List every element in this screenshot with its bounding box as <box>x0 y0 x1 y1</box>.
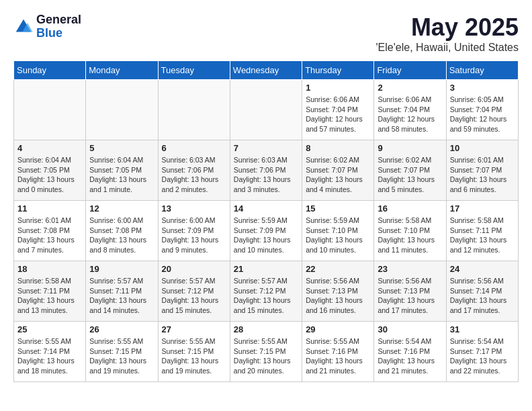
day-number: 8 <box>306 143 370 153</box>
logo-icon <box>13 17 34 37</box>
calendar-cell: 7Sunrise: 6:03 AM Sunset: 7:06 PM Daylig… <box>230 140 302 201</box>
calendar-cell: 16Sunrise: 5:58 AM Sunset: 7:10 PM Dayli… <box>374 201 446 261</box>
calendar-cell: 11Sunrise: 6:01 AM Sunset: 7:08 PM Dayli… <box>14 201 86 261</box>
day-info: Sunrise: 5:58 AM Sunset: 7:11 PM Dayligh… <box>450 216 515 255</box>
day-number: 10 <box>450 143 515 153</box>
day-info: Sunrise: 6:02 AM Sunset: 7:07 PM Dayligh… <box>378 155 442 195</box>
day-info: Sunrise: 5:56 AM Sunset: 7:13 PM Dayligh… <box>306 276 370 316</box>
day-info: Sunrise: 6:05 AM Sunset: 7:04 PM Dayligh… <box>450 95 515 134</box>
weekday-header-sunday: Sunday <box>14 61 86 80</box>
day-number: 23 <box>378 264 442 274</box>
day-number: 22 <box>306 264 370 274</box>
calendar-cell: 6Sunrise: 6:03 AM Sunset: 7:06 PM Daylig… <box>158 140 230 201</box>
calendar-cell: 3Sunrise: 6:05 AM Sunset: 7:04 PM Daylig… <box>446 80 518 140</box>
weekday-header-thursday: Thursday <box>302 61 374 80</box>
weekday-header-monday: Monday <box>86 61 158 80</box>
page-header: General Blue May 2025 'Ele'ele, Hawaii, … <box>13 13 519 54</box>
calendar-cell: 22Sunrise: 5:56 AM Sunset: 7:13 PM Dayli… <box>302 261 374 322</box>
calendar-cell: 4Sunrise: 6:04 AM Sunset: 7:05 PM Daylig… <box>14 140 86 201</box>
location-title: 'Ele'ele, Hawaii, United States <box>376 42 519 54</box>
day-number: 13 <box>162 203 226 214</box>
calendar-cell: 24Sunrise: 5:56 AM Sunset: 7:14 PM Dayli… <box>446 261 518 322</box>
weekday-header-friday: Friday <box>374 61 446 80</box>
calendar-cell: 12Sunrise: 6:00 AM Sunset: 7:08 PM Dayli… <box>86 201 158 261</box>
weekday-header-row: SundayMondayTuesdayWednesdayThursdayFrid… <box>14 61 519 80</box>
week-row-1: 1Sunrise: 6:06 AM Sunset: 7:04 PM Daylig… <box>14 80 519 140</box>
day-info: Sunrise: 6:03 AM Sunset: 7:06 PM Dayligh… <box>162 155 226 195</box>
day-info: Sunrise: 5:58 AM Sunset: 7:10 PM Dayligh… <box>378 216 442 255</box>
week-row-3: 11Sunrise: 6:01 AM Sunset: 7:08 PM Dayli… <box>14 201 519 261</box>
calendar-cell: 19Sunrise: 5:57 AM Sunset: 7:11 PM Dayli… <box>86 261 158 322</box>
calendar-cell: 25Sunrise: 5:55 AM Sunset: 7:14 PM Dayli… <box>14 322 86 382</box>
day-info: Sunrise: 5:55 AM Sunset: 7:16 PM Dayligh… <box>306 336 370 376</box>
day-info: Sunrise: 6:02 AM Sunset: 7:07 PM Dayligh… <box>306 155 370 195</box>
day-number: 26 <box>89 324 154 334</box>
calendar-cell: 14Sunrise: 5:59 AM Sunset: 7:09 PM Dayli… <box>230 201 302 261</box>
day-info: Sunrise: 5:55 AM Sunset: 7:15 PM Dayligh… <box>89 336 154 376</box>
weekday-header-saturday: Saturday <box>446 61 518 80</box>
day-info: Sunrise: 6:04 AM Sunset: 7:05 PM Dayligh… <box>17 155 82 195</box>
day-number: 25 <box>17 324 82 334</box>
day-number: 6 <box>162 143 226 153</box>
day-info: Sunrise: 6:01 AM Sunset: 7:08 PM Dayligh… <box>17 216 82 255</box>
logo: General Blue <box>13 13 81 40</box>
day-info: Sunrise: 5:55 AM Sunset: 7:15 PM Dayligh… <box>234 336 298 376</box>
month-title: May 2025 <box>376 13 519 42</box>
calendar-cell: 31Sunrise: 5:54 AM Sunset: 7:17 PM Dayli… <box>446 322 518 382</box>
day-info: Sunrise: 5:57 AM Sunset: 7:12 PM Dayligh… <box>162 276 226 316</box>
day-info: Sunrise: 6:01 AM Sunset: 7:07 PM Dayligh… <box>450 155 515 195</box>
day-info: Sunrise: 6:00 AM Sunset: 7:08 PM Dayligh… <box>89 216 154 255</box>
weekday-header-wednesday: Wednesday <box>230 61 302 80</box>
calendar-cell: 20Sunrise: 5:57 AM Sunset: 7:12 PM Dayli… <box>158 261 230 322</box>
calendar-cell: 15Sunrise: 5:59 AM Sunset: 7:10 PM Dayli… <box>302 201 374 261</box>
day-number: 1 <box>306 83 370 93</box>
day-info: Sunrise: 5:57 AM Sunset: 7:12 PM Dayligh… <box>234 276 298 316</box>
day-info: Sunrise: 5:55 AM Sunset: 7:14 PM Dayligh… <box>17 336 82 376</box>
calendar-cell <box>158 80 230 140</box>
calendar-table: SundayMondayTuesdayWednesdayThursdayFrid… <box>13 60 519 382</box>
day-number: 12 <box>89 203 154 214</box>
weekday-header-tuesday: Tuesday <box>158 61 230 80</box>
calendar-cell: 26Sunrise: 5:55 AM Sunset: 7:15 PM Dayli… <box>86 322 158 382</box>
calendar-cell: 2Sunrise: 6:06 AM Sunset: 7:04 PM Daylig… <box>374 80 446 140</box>
calendar-cell: 17Sunrise: 5:58 AM Sunset: 7:11 PM Dayli… <box>446 201 518 261</box>
day-info: Sunrise: 6:06 AM Sunset: 7:04 PM Dayligh… <box>378 95 442 134</box>
week-row-5: 25Sunrise: 5:55 AM Sunset: 7:14 PM Dayli… <box>14 322 519 382</box>
calendar-cell: 28Sunrise: 5:55 AM Sunset: 7:15 PM Dayli… <box>230 322 302 382</box>
day-number: 18 <box>17 264 82 274</box>
day-number: 21 <box>234 264 298 274</box>
day-number: 17 <box>450 203 515 214</box>
calendar-cell: 30Sunrise: 5:54 AM Sunset: 7:16 PM Dayli… <box>374 322 446 382</box>
day-number: 5 <box>89 143 154 153</box>
day-info: Sunrise: 6:04 AM Sunset: 7:05 PM Dayligh… <box>89 155 154 195</box>
calendar-cell: 21Sunrise: 5:57 AM Sunset: 7:12 PM Dayli… <box>230 261 302 322</box>
day-number: 15 <box>306 203 370 214</box>
day-info: Sunrise: 5:57 AM Sunset: 7:11 PM Dayligh… <box>89 276 154 316</box>
calendar-cell: 8Sunrise: 6:02 AM Sunset: 7:07 PM Daylig… <box>302 140 374 201</box>
calendar-cell <box>230 80 302 140</box>
day-number: 16 <box>378 203 442 214</box>
day-info: Sunrise: 5:56 AM Sunset: 7:14 PM Dayligh… <box>450 276 515 316</box>
calendar-cell: 27Sunrise: 5:55 AM Sunset: 7:15 PM Dayli… <box>158 322 230 382</box>
day-number: 20 <box>162 264 226 274</box>
day-number: 24 <box>450 264 515 274</box>
calendar-cell <box>14 80 86 140</box>
day-number: 4 <box>17 143 82 153</box>
day-number: 3 <box>450 83 515 93</box>
calendar-cell: 10Sunrise: 6:01 AM Sunset: 7:07 PM Dayli… <box>446 140 518 201</box>
day-info: Sunrise: 6:00 AM Sunset: 7:09 PM Dayligh… <box>162 216 226 255</box>
day-number: 29 <box>306 324 370 334</box>
day-number: 30 <box>378 324 442 334</box>
day-number: 2 <box>378 83 442 93</box>
calendar-cell: 9Sunrise: 6:02 AM Sunset: 7:07 PM Daylig… <box>374 140 446 201</box>
calendar-cell: 13Sunrise: 6:00 AM Sunset: 7:09 PM Dayli… <box>158 201 230 261</box>
day-number: 27 <box>162 324 226 334</box>
day-number: 31 <box>450 324 515 334</box>
day-number: 11 <box>17 203 82 214</box>
day-info: Sunrise: 5:59 AM Sunset: 7:09 PM Dayligh… <box>234 216 298 255</box>
day-info: Sunrise: 6:03 AM Sunset: 7:06 PM Dayligh… <box>234 155 298 195</box>
title-block: May 2025 'Ele'ele, Hawaii, United States <box>376 13 519 54</box>
day-info: Sunrise: 5:54 AM Sunset: 7:17 PM Dayligh… <box>450 336 515 376</box>
calendar-cell: 18Sunrise: 5:58 AM Sunset: 7:11 PM Dayli… <box>14 261 86 322</box>
day-info: Sunrise: 5:58 AM Sunset: 7:11 PM Dayligh… <box>17 276 82 316</box>
